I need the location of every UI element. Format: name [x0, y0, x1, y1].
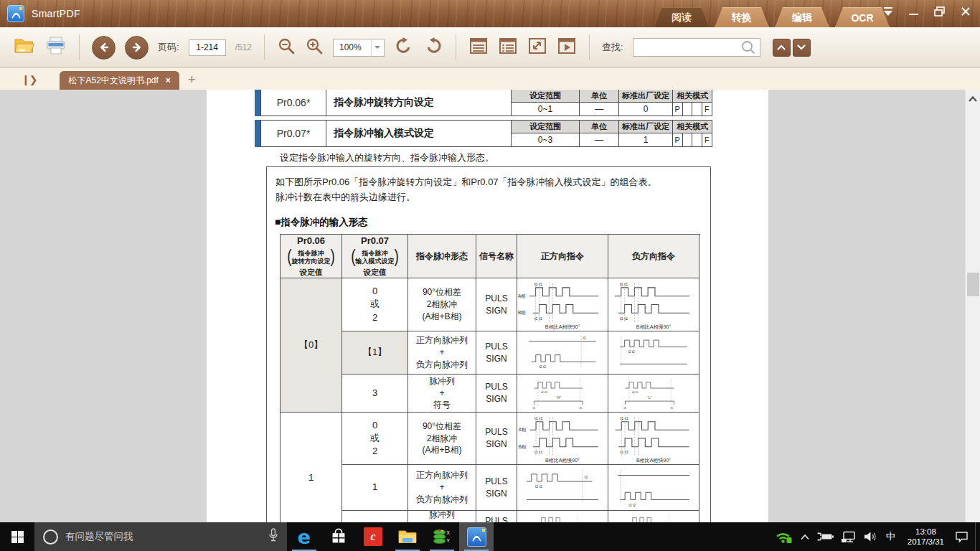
battery-icon[interactable] — [816, 532, 834, 542]
group-cell-0: 【0】 — [281, 278, 342, 413]
vertical-scrollbar[interactable] — [965, 90, 980, 522]
file-explorer-icon[interactable] — [390, 522, 425, 551]
svg-text:B相比A相快90°: B相比A相快90° — [636, 458, 671, 463]
cortana-icon — [43, 529, 58, 545]
spec-header: 设定范围 — [511, 90, 580, 103]
open-folder-icon[interactable] — [13, 37, 36, 58]
find-next-icon[interactable] — [793, 39, 811, 57]
svg-text:t1 t1: t1 t1 — [534, 416, 542, 420]
cell-pr007: 0或2 — [342, 278, 408, 331]
ribbon-tab-convert[interactable]: 转换 — [715, 7, 769, 27]
xy-app-icon[interactable]: XY — [425, 522, 459, 551]
svg-text:B相比A相慢90°: B相比A相慢90° — [545, 458, 580, 463]
print-icon[interactable] — [45, 37, 67, 58]
rotate-right-icon[interactable] — [423, 37, 443, 58]
store-icon[interactable] — [321, 522, 356, 551]
cell-signal: PULSSIGN — [476, 465, 517, 511]
clock-date: 2017/3/31 — [908, 537, 944, 547]
cell-pr007: 【1】 — [342, 331, 408, 375]
col-header-signal: 信号名称 — [476, 235, 517, 278]
cortana-search-input[interactable]: 有问题尽管问我 — [34, 522, 287, 551]
spec-value: 0~1 — [511, 102, 580, 116]
forward-icon[interactable] — [125, 36, 149, 60]
network-icon[interactable] — [841, 531, 857, 543]
action-center-icon[interactable] — [955, 531, 969, 543]
svg-text:B相: B相 — [519, 444, 527, 449]
sidebar-toggle-icon[interactable]: ❙❯ — [22, 74, 37, 85]
find-prev-icon[interactable] — [773, 39, 791, 57]
start-icon[interactable] — [0, 522, 34, 551]
cell-form: 正方向脉冲列+负方向脉冲列 — [408, 331, 476, 375]
close-icon[interactable] — [958, 5, 973, 18]
show-desktop-button[interactable] — [975, 522, 979, 551]
document-tab[interactable]: 松下A52中文说明书.pdf × — [60, 71, 179, 90]
scrollbar-thumb[interactable] — [967, 273, 979, 296]
svg-text:“H”: “H” — [556, 396, 561, 400]
ribbon-tab-edit[interactable]: 编辑 — [775, 7, 829, 27]
titlebar: SmartPDF 阅读 转换 编辑 OCR — [0, 0, 980, 27]
param-name: 指令脉冲旋转方向设定 — [326, 90, 512, 116]
clock-time: 13:08 — [908, 527, 944, 537]
col-header-positive: 正方向指令 — [517, 235, 608, 278]
single-page-view-icon[interactable] — [468, 37, 489, 58]
speaker-icon[interactable] — [863, 531, 878, 542]
clock[interactable]: 13:08 2017/3/31 — [903, 527, 948, 547]
svg-text:“L”: “L” — [647, 396, 651, 400]
cell-signal: PULSSIGN — [476, 413, 517, 465]
col-header-form: 指令脉冲形态 — [408, 235, 476, 278]
pdf-app-icon[interactable] — [459, 522, 494, 551]
zoom-in-icon[interactable] — [305, 37, 324, 58]
svg-text:t1 t1: t1 t1 — [620, 416, 628, 420]
spec-value: 0~3 — [511, 133, 580, 147]
wifi-icon[interactable] — [775, 529, 793, 544]
param-accent-bar — [255, 120, 260, 147]
chevron-down-icon[interactable] — [371, 39, 384, 56]
svg-text:B相比A相快90°: B相比A相快90° — [545, 324, 580, 330]
edge-icon[interactable]: e — [287, 522, 321, 551]
scroll-up-icon[interactable] — [968, 93, 978, 105]
spec-value: 0 — [618, 102, 673, 116]
param-name: 指令脉冲输入模式设定 — [326, 120, 512, 147]
find-input[interactable] — [633, 38, 760, 57]
svg-text:t4 t5: t4 t5 — [632, 390, 639, 394]
svg-text:t2 t2: t2 t2 — [628, 503, 636, 507]
cell-form: 90°位相差2相脉冲(A相+B相) — [408, 413, 476, 465]
rotate-left-icon[interactable] — [394, 37, 414, 58]
skin-menu-icon[interactable] — [881, 5, 895, 18]
fit-window-icon[interactable] — [527, 37, 547, 58]
waveform-positive: A相B相t1 t1t1 t1B相比A相慢90° — [517, 413, 608, 465]
red-c-app-icon[interactable]: c — [356, 522, 390, 551]
microphone-icon[interactable] — [268, 528, 278, 545]
new-tab-icon[interactable]: + — [188, 72, 196, 88]
svg-text:t1 t1: t1 t1 — [534, 282, 542, 286]
svg-text:t1 t1: t1 t1 — [620, 282, 628, 286]
ime-indicator[interactable]: 中 — [885, 530, 897, 543]
zoom-level-select[interactable]: 100% — [333, 39, 385, 57]
param-description: 设定指令脉冲输入的旋转方向、指令脉冲输入形态。 — [280, 151, 494, 164]
cell-signal: PULSSIGN — [476, 511, 517, 522]
svg-text:t6: t6 — [671, 406, 674, 410]
back-icon[interactable] — [92, 36, 116, 60]
slideshow-icon[interactable] — [557, 37, 577, 58]
thumbnail-view-icon[interactable] — [498, 37, 518, 58]
waveform-positive: t4 t5“H”t6t6 — [517, 511, 608, 522]
minimize-icon[interactable] — [907, 5, 921, 18]
pdf-viewport[interactable]: Pr0.06* 指令脉冲旋转方向设定 设定范围 单位 标准出厂设定 相关模式 0… — [0, 90, 980, 522]
col-header-negative: 负方向指令 — [608, 235, 699, 278]
chevron-up-icon[interactable] — [800, 534, 810, 540]
ribbon-tab-read[interactable]: 阅读 — [654, 7, 709, 27]
toolbar: 页码: /512 100% — [0, 27, 980, 68]
spec-header: 相关模式 — [672, 90, 712, 103]
taskbar: 有问题尽管问我 e c XY — [0, 522, 980, 551]
waveform-negative: t4 t5“L”t6t6 — [608, 375, 699, 413]
page-number-input[interactable] — [189, 39, 226, 56]
restore-icon[interactable] — [933, 5, 947, 18]
spec-header: 单位 — [579, 120, 619, 133]
page-number-label: 页码: — [158, 41, 179, 54]
close-tab-icon[interactable]: × — [166, 75, 171, 85]
spec-header: 设定范围 — [511, 120, 580, 133]
svg-text:Y: Y — [447, 538, 451, 543]
pulse-input-table: Pr0.06 (指令脉冲旋转方向设定) 设定值 Pr0.07 (指令脉冲输入模式… — [280, 234, 700, 522]
svg-text:t1 t1: t1 t1 — [620, 450, 628, 454]
zoom-out-icon[interactable] — [277, 37, 296, 58]
